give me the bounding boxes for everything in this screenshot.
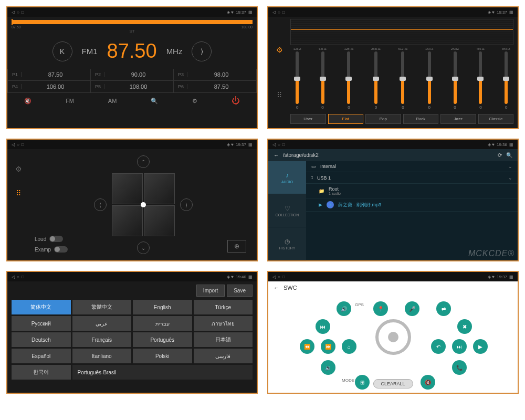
eq-slider[interactable] [454, 51, 457, 104]
preset-1[interactable]: P187.50 [8, 69, 90, 80]
swc-prev[interactable]: ⏮ [316, 319, 330, 334]
tab-history[interactable]: ◷HISTORY [268, 227, 306, 260]
swc-rew[interactable]: ⏪ [300, 339, 314, 354]
swc-gps[interactable]: 📍 [373, 301, 388, 316]
eq-slider[interactable] [479, 51, 482, 104]
lang-option[interactable]: Português [133, 332, 192, 347]
lang-option[interactable]: فارسی [194, 349, 253, 363]
arrow-left[interactable]: ⟨ [94, 198, 107, 211]
lang-option[interactable]: Türkçe [194, 300, 253, 314]
preset-4[interactable]: P4106.00 [8, 81, 90, 92]
sliders-icon[interactable]: ⚙ [276, 46, 283, 54]
menu-icon[interactable]: ▦ [248, 10, 253, 15]
lang-option[interactable]: Deutsch [12, 332, 71, 347]
tab-audio[interactable]: ♪AUDIO [268, 161, 306, 194]
home-icon[interactable]: ○ [278, 142, 280, 147]
sliders-icon[interactable]: ⚙ [15, 165, 22, 173]
clear-all-button[interactable]: CLEARALL [373, 379, 413, 388]
menu-icon[interactable]: ▦ [248, 142, 253, 147]
swc-next[interactable]: ⏭ [452, 339, 467, 354]
swc-back[interactable]: ↶ [431, 339, 446, 354]
recent-icon[interactable]: □ [22, 275, 24, 279]
recent-icon[interactable]: □ [22, 10, 24, 15]
eq-slider[interactable] [428, 51, 431, 104]
seat-grid[interactable]: ⌃ ⌄ ⟨ ⟩ [112, 173, 175, 236]
back-icon[interactable]: ◁ [12, 10, 15, 15]
back-icon[interactable]: ◁ [272, 10, 276, 15]
am-button[interactable]: AM [108, 98, 117, 104]
preset-6[interactable]: P687.50 [174, 81, 256, 92]
swc-home[interactable]: ⌂ [342, 339, 356, 354]
lang-option[interactable]: 한국어 [12, 365, 71, 380]
search-icon[interactable]: 🔍 [151, 98, 158, 104]
menu-icon[interactable]: ▦ [248, 275, 253, 279]
back-icon[interactable]: ◁ [12, 275, 15, 279]
back-icon[interactable]: ◁ [272, 142, 276, 147]
examp-toggle[interactable] [54, 246, 68, 253]
swc-mute[interactable]: 🔇 [421, 375, 435, 390]
recent-icon[interactable]: □ [282, 275, 285, 279]
swc-play[interactable]: ▶ [473, 339, 488, 354]
preset-5[interactable]: P5108.00 [91, 81, 173, 92]
lang-option[interactable]: عربي [72, 316, 132, 331]
row-usb[interactable]: ⟟USB 1⌄ [306, 172, 518, 184]
eq-preset-flat[interactable]: Flat [328, 114, 364, 124]
eq-slider[interactable] [374, 51, 377, 104]
lang-option[interactable]: 日本語 [194, 332, 253, 347]
fm-button[interactable]: FM [66, 98, 74, 104]
swc-hangup[interactable]: ✖ [457, 319, 472, 334]
swc-mode[interactable]: ⊞ [355, 375, 370, 390]
swc-swap[interactable]: ⇄ [436, 301, 451, 316]
back-icon[interactable]: ◁ [12, 142, 15, 147]
seek-next-button[interactable]: ⟩ [192, 41, 212, 61]
swc-call[interactable]: 📞 [452, 360, 467, 375]
loud-toggle[interactable] [49, 236, 63, 242]
power-icon[interactable]: ⏻ [232, 96, 240, 106]
save-button[interactable]: Save [227, 285, 253, 297]
eq-slider[interactable] [401, 51, 404, 104]
arrow-down[interactable]: ⌄ [137, 242, 150, 254]
eq-slider[interactable] [296, 51, 299, 104]
eq-preset-rock[interactable]: Rock [403, 114, 439, 124]
eq-slider[interactable] [347, 51, 350, 104]
import-button[interactable]: Import [196, 285, 225, 297]
eq-preset-pop[interactable]: Pop [365, 114, 401, 124]
preset-3[interactable]: P398.00 [174, 69, 256, 80]
swc-vol-up[interactable]: 🔊 [337, 301, 351, 316]
eq-slider[interactable] [321, 51, 324, 104]
home-icon[interactable]: ○ [17, 142, 19, 147]
swc-vol-dn[interactable]: 🔉 [321, 360, 335, 375]
recent-icon[interactable]: □ [282, 10, 285, 15]
menu-icon[interactable]: ▦ [509, 142, 513, 147]
lang-option[interactable]: 繁體中文 [72, 300, 132, 314]
lang-option[interactable]: Français [72, 332, 132, 347]
row-root[interactable]: 📁Root1 audio [306, 184, 518, 198]
lang-option[interactable]: 简体中文 [12, 300, 71, 314]
menu-icon[interactable]: ▦ [509, 275, 513, 279]
balance-dot[interactable] [141, 202, 146, 207]
menu-icon[interactable]: ▦ [509, 10, 513, 15]
home-icon[interactable]: ○ [278, 10, 280, 15]
back-arrow-icon[interactable]: ← [274, 152, 279, 158]
lang-option[interactable]: Polski [133, 349, 192, 363]
freq-scale[interactable] [12, 20, 253, 24]
home-icon[interactable]: ○ [17, 10, 19, 15]
eq-preset-jazz[interactable]: Jazz [440, 114, 476, 124]
center-button[interactable]: ⊕ [227, 240, 246, 253]
recent-icon[interactable]: □ [22, 142, 24, 147]
lang-option[interactable]: Русский [12, 316, 71, 331]
mute-icon[interactable]: 🔇 [24, 98, 32, 104]
row-internal[interactable]: ▭Internal⌄ [306, 161, 518, 172]
lang-option[interactable]: Português-Brasil [72, 365, 253, 380]
balance-icon[interactable]: ⠿ [277, 91, 282, 99]
back-arrow-icon[interactable]: ← [274, 285, 279, 291]
preset-2[interactable]: P290.00 [91, 69, 173, 80]
lang-option[interactable]: Español [12, 349, 71, 363]
eq-icon[interactable]: ⚙ [192, 98, 197, 104]
arrow-right[interactable]: ⟩ [180, 198, 193, 211]
lang-option[interactable]: English [133, 300, 192, 314]
tab-collection[interactable]: ♡COLLECTION [268, 194, 306, 227]
lang-option[interactable]: ภาษาไทย [194, 316, 253, 331]
search-icon[interactable]: 🔍 [506, 152, 512, 158]
row-playing[interactable]: ▶♪薛之谦 - 刚刚好.mp3 [306, 198, 518, 212]
